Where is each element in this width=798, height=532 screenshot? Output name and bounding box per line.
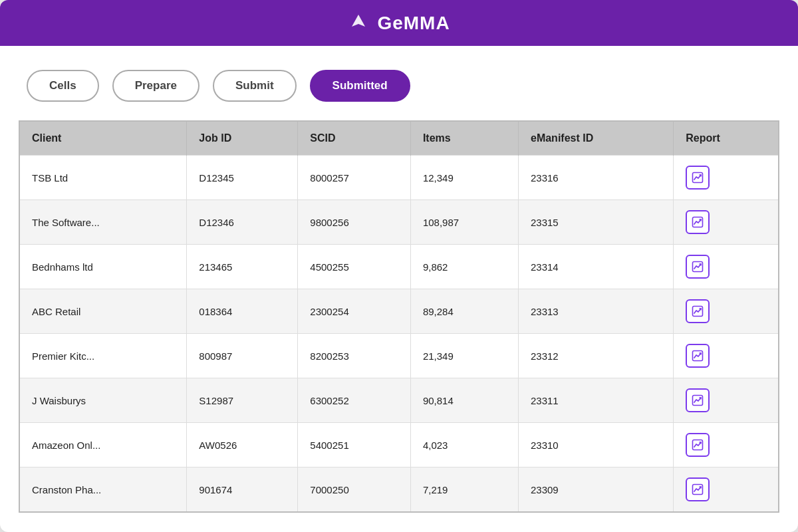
cell-row3-col3: 89,284 (410, 289, 518, 334)
col-header-items: Items (410, 121, 518, 156)
cell-row3-col2: 2300254 (298, 289, 411, 334)
cell-row4-col0: Premier Kitc... (19, 334, 187, 378)
cell-row3-col1: 018364 (187, 289, 298, 334)
table-row: J WaisburysS12987630025290,81423311 (19, 378, 779, 423)
cell-row3-col0: ABC Retail (19, 289, 187, 334)
app-logo: GeMMA (348, 11, 450, 35)
cell-row4-report (674, 334, 779, 378)
cell-row0-col0: TSB Ltd (19, 156, 187, 200)
col-header-report: Report (674, 121, 779, 156)
cell-row5-col4: 23311 (518, 378, 673, 423)
cell-row5-col1: S12987 (187, 378, 298, 423)
cell-row2-col2: 4500255 (298, 245, 411, 289)
cell-row4-col4: 23312 (518, 334, 673, 378)
report-button-row7[interactable] (686, 477, 710, 501)
cell-row0-col1: D12345 (187, 156, 298, 200)
cell-row6-col0: Amazeon Onl... (19, 423, 187, 467)
cell-row4-col3: 21,349 (410, 334, 518, 378)
table-row: Amazeon Onl...AW052654002514,02323310 (19, 423, 779, 467)
cell-row6-col4: 23310 (518, 423, 673, 467)
cell-row7-col3: 7,219 (410, 467, 518, 513)
table-header-row: Client Job ID SCID Items eManifest ID Re… (19, 121, 779, 156)
cell-row0-report (674, 156, 779, 200)
cell-row1-col4: 23315 (518, 200, 673, 245)
tab-submit[interactable]: Submit (213, 70, 297, 102)
cell-row3-report (674, 289, 779, 334)
cell-row1-col2: 9800256 (298, 200, 411, 245)
cell-row6-report (674, 423, 779, 467)
report-button-row5[interactable] (686, 388, 710, 412)
table-row: The Software...D123469800256108,98723315 (19, 200, 779, 245)
table-row: Bednhams ltd21346545002559,86223314 (19, 245, 779, 289)
col-header-emanifest-id: eManifest ID (518, 121, 673, 156)
tab-prepare[interactable]: Prepare (112, 70, 200, 102)
table-row: Premier Kitc...800987820025321,34923312 (19, 334, 779, 378)
report-button-row3[interactable] (686, 299, 710, 323)
cell-row5-col2: 6300252 (298, 378, 411, 423)
cell-row7-col1: 901674 (187, 467, 298, 513)
cell-row5-col3: 90,814 (410, 378, 518, 423)
cell-row1-col0: The Software... (19, 200, 187, 245)
report-button-row6[interactable] (686, 433, 710, 457)
col-header-scid: SCID (298, 121, 411, 156)
table-row: TSB LtdD12345800025712,34923316 (19, 156, 779, 200)
cell-row4-col2: 8200253 (298, 334, 411, 378)
toolbar: Cells Prepare Submit Submitted (0, 46, 798, 120)
table-container: Client Job ID SCID Items eManifest ID Re… (0, 120, 798, 532)
cell-row7-col0: Cranston Pha... (19, 467, 187, 513)
tab-submitted[interactable]: Submitted (310, 70, 410, 102)
cell-row2-report (674, 245, 779, 289)
cell-row0-col2: 8000257 (298, 156, 411, 200)
col-header-job-id: Job ID (187, 121, 298, 156)
cell-row5-report (674, 378, 779, 423)
cell-row4-col1: 800987 (187, 334, 298, 378)
app-title: GeMMA (377, 13, 450, 34)
table-row: ABC Retail018364230025489,28423313 (19, 289, 779, 334)
cell-row2-col0: Bednhams ltd (19, 245, 187, 289)
cell-row7-report (674, 467, 779, 513)
cell-row0-col3: 12,349 (410, 156, 518, 200)
cell-row1-report (674, 200, 779, 245)
app-header: GeMMA (0, 0, 798, 46)
logo-icon (348, 11, 369, 35)
cell-row7-col4: 23309 (518, 467, 673, 513)
cell-row2-col4: 23314 (518, 245, 673, 289)
cell-row6-col3: 4,023 (410, 423, 518, 467)
report-button-row1[interactable] (686, 210, 710, 234)
cell-row2-col3: 9,862 (410, 245, 518, 289)
report-button-row2[interactable] (686, 255, 710, 279)
cell-row0-col4: 23316 (518, 156, 673, 200)
cell-row6-col1: AW0526 (187, 423, 298, 467)
cell-row1-col1: D12346 (187, 200, 298, 245)
cell-row1-col3: 108,987 (410, 200, 518, 245)
table-row: Cranston Pha...90167470002507,21923309 (19, 467, 779, 513)
cell-row2-col1: 213465 (187, 245, 298, 289)
report-button-row0[interactable] (686, 166, 710, 190)
tab-cells[interactable]: Cells (27, 70, 99, 102)
app-window: GeMMA Cells Prepare Submit Submitted Cli… (0, 0, 798, 532)
cell-row5-col0: J Waisburys (19, 378, 187, 423)
cell-row3-col4: 23313 (518, 289, 673, 334)
col-header-client: Client (19, 121, 187, 156)
cell-row6-col2: 5400251 (298, 423, 411, 467)
cell-row7-col2: 7000250 (298, 467, 411, 513)
data-table: Client Job ID SCID Items eManifest ID Re… (19, 120, 779, 513)
report-button-row4[interactable] (686, 344, 710, 368)
